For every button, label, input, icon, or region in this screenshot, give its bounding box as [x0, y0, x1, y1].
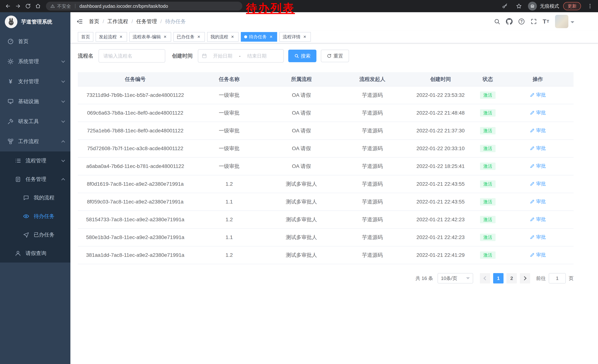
top-navbar: 首页 / 工作流程 / 任务管理 / 待办任务 ?: [70, 12, 598, 31]
tab-todo-tasks[interactable]: 待办任务×: [241, 32, 277, 42]
sidebar-item-todo-tasks[interactable]: 待办任务: [0, 207, 70, 226]
caret-down-icon[interactable]: [571, 21, 574, 25]
close-icon[interactable]: ×: [230, 34, 235, 40]
cell-create-time: 2022-01-22 20:33:10: [407, 140, 473, 157]
fullscreen-icon[interactable]: [528, 12, 540, 31]
process-name-label: 流程名: [78, 52, 93, 59]
sidebar-item-home[interactable]: 首页: [0, 32, 70, 51]
cell-process: OA 请假: [266, 157, 337, 175]
close-icon[interactable]: ×: [302, 34, 307, 40]
approve-link[interactable]: 审批: [530, 216, 546, 223]
approve-link[interactable]: 审批: [530, 252, 546, 258]
key-icon[interactable]: [500, 1, 510, 11]
cell-task-name: 一级审批: [193, 86, 266, 104]
incognito-indicator[interactable]: 无痕模式: [528, 2, 559, 11]
home-icon[interactable]: [33, 1, 43, 11]
close-icon[interactable]: ×: [118, 34, 124, 40]
approve-link[interactable]: 审批: [530, 163, 546, 169]
sidebar-item-system[interactable]: 系统管理: [0, 51, 70, 72]
search-icon[interactable]: [491, 12, 503, 31]
start-date-input[interactable]: [207, 53, 238, 59]
sidebar-item-leave-query[interactable]: 请假查询: [0, 244, 70, 263]
address-bar[interactable]: 不安全 dashboard.yudao.iocoder.cn/bpm/task/…: [46, 2, 242, 11]
tab-process-detail[interactable]: 流程详情×: [279, 32, 311, 42]
sidebar-item-infrastructure[interactable]: 基础设施: [0, 91, 70, 112]
cell-task-id: 381aa1dd-7ac8-11ec-a9e2-a2380e71991a: [78, 246, 193, 264]
cell-process: OA 请假: [266, 122, 337, 140]
close-icon[interactable]: ×: [196, 34, 201, 40]
next-page-button[interactable]: [520, 273, 530, 283]
cell-task-name: 一级审批: [193, 104, 266, 122]
approve-link[interactable]: 审批: [530, 92, 546, 98]
url-text[interactable]: dashboard.yudao.iocoder.cn/bpm/task/todo: [79, 4, 168, 9]
tab-my-process[interactable]: 我的流程×: [207, 32, 239, 42]
approve-link[interactable]: 审批: [530, 234, 546, 240]
table-row: 8f059c03-7ac8-11ec-a9e2-a2380e71991a 1.1…: [78, 193, 573, 211]
cell-starter: 芋道源码: [337, 193, 407, 211]
avatar[interactable]: [555, 15, 568, 28]
reset-button[interactable]: 重置: [321, 50, 349, 62]
sidebar-item-payment[interactable]: ¥ 支付管理: [0, 72, 70, 91]
reload-icon[interactable]: [23, 1, 33, 11]
page-button-2[interactable]: 2: [507, 273, 517, 283]
breadcrumb-workflow[interactable]: 工作流程: [108, 18, 128, 25]
cell-process: OA 请假: [266, 140, 337, 157]
tab-create-process[interactable]: 发起流程×: [96, 32, 127, 42]
date-range-picker[interactable]: -: [198, 49, 284, 63]
bookmark-star-icon[interactable]: [514, 1, 524, 11]
chevron-right-icon: [523, 276, 527, 281]
approve-link[interactable]: 审批: [530, 145, 546, 152]
breadcrumb-separator: /: [160, 18, 162, 24]
sidebar-item-done-tasks[interactable]: 已办任务: [0, 226, 70, 244]
tab-done-tasks[interactable]: 已办任务×: [173, 32, 205, 42]
chevron-down-icon: [61, 59, 65, 63]
edit-icon: [530, 93, 535, 97]
approve-link[interactable]: 审批: [530, 109, 546, 116]
breadcrumb-home[interactable]: 首页: [89, 18, 99, 25]
cell-task-id: 58154733-7ac8-11ec-a9e2-a2380e71991a: [78, 211, 193, 228]
page-size-select[interactable]: 10条/页: [438, 273, 473, 283]
sidebar-item-workflow[interactable]: 工作流程: [0, 131, 70, 152]
list-icon: [15, 158, 21, 164]
user-icon: [15, 250, 21, 256]
prev-page-button[interactable]: [480, 273, 490, 283]
forward-icon[interactable]: [13, 1, 23, 11]
end-date-input[interactable]: [241, 53, 273, 59]
edit-icon: [530, 235, 535, 240]
clipboard-icon: [15, 176, 21, 182]
cell-process: 测试多审批人: [266, 228, 337, 246]
sidebar-collapse-icon[interactable]: [70, 12, 89, 31]
approve-link[interactable]: 审批: [530, 180, 546, 187]
sidebar-item-devtools[interactable]: 研发工具: [0, 112, 70, 131]
help-icon[interactable]: ?: [515, 12, 528, 31]
page-button-1[interactable]: 1: [493, 273, 504, 283]
cell-task-id: 580e1b3d-7ac8-11ec-a9e2-a2380e71991a: [78, 228, 193, 246]
search-button[interactable]: 搜索: [288, 50, 316, 62]
font-size-icon[interactable]: TT: [540, 12, 552, 31]
approve-link[interactable]: 审批: [530, 198, 546, 205]
sidebar-item-task-mgmt[interactable]: 任务管理: [0, 170, 70, 188]
edit-icon: [530, 164, 535, 169]
app-logo[interactable]: 芋道管理系统: [0, 12, 70, 32]
process-name-input[interactable]: [99, 49, 165, 63]
tab-home[interactable]: 首页: [78, 32, 93, 42]
menu-dots-icon[interactable]: [585, 1, 595, 11]
goto-page-input[interactable]: [549, 273, 566, 283]
chevron-up-icon: [61, 178, 65, 182]
search-icon: [294, 54, 299, 58]
table-row: 8f0d1619-7ac8-11ec-a9e2-a2380e71991a 1.2…: [78, 175, 573, 193]
cell-task-name: 一级审批: [193, 140, 266, 157]
approve-link[interactable]: 审批: [530, 127, 546, 134]
sidebar-item-process-mgmt[interactable]: 流程管理: [0, 152, 70, 170]
close-icon[interactable]: ×: [162, 34, 168, 40]
back-icon[interactable]: [3, 1, 13, 11]
github-icon[interactable]: [503, 12, 515, 31]
sidebar-item-my-process[interactable]: 我的流程: [0, 188, 70, 207]
breadcrumb-task-mgmt[interactable]: 任务管理: [136, 18, 157, 25]
security-label[interactable]: 不安全: [57, 3, 71, 9]
update-button[interactable]: 更新: [563, 2, 581, 10]
breadcrumb-separator: /: [132, 18, 133, 24]
chevron-up-icon: [61, 140, 65, 144]
close-icon[interactable]: ×: [268, 34, 274, 40]
tab-form-edit[interactable]: 流程表单-编辑×: [129, 32, 171, 42]
